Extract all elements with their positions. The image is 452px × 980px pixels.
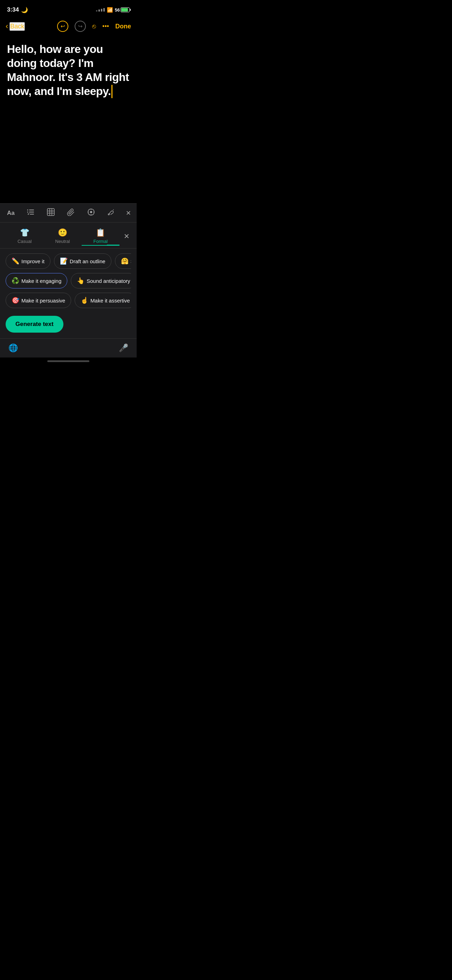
ai-options-row-3: 🎯 Make it persuasive ☝️ Make it assertiv… — [6, 293, 131, 308]
tab-formal[interactable]: 📋 Formal — [82, 227, 119, 245]
svg-rect-5 — [47, 208, 54, 216]
home-indicator — [0, 358, 137, 364]
engaging-label: Make it engaging — [21, 278, 61, 284]
battery-icon — [121, 7, 130, 12]
status-time: 3:34 🌙 — [7, 6, 28, 13]
generate-section: Generate text — [0, 313, 137, 338]
sound-com-icon: 🤗 — [121, 257, 129, 265]
svg-rect-3 — [29, 212, 34, 212]
svg-rect-4 — [30, 214, 34, 215]
globe-button[interactable]: 🌐 — [8, 344, 18, 353]
wifi-icon: 📶 — [107, 7, 113, 13]
ai-options-row-2: ♻️ Make it engaging 👆 Sound anticipatory… — [6, 273, 131, 288]
draft-outline-button[interactable]: 📝 Draft an outline — [54, 253, 111, 269]
draft-label: Draft an outline — [70, 258, 105, 264]
ai-panel: 👕 Casual 🙂 Neutral 📋 Formal ✕ ✏️ Improve… — [0, 222, 137, 338]
nav-left: ‹ Back — [6, 22, 25, 31]
home-bar — [47, 360, 89, 362]
svg-point-11 — [90, 211, 92, 213]
ai-options: ✏️ Improve it 📝 Draft an outline 🤗 Sound… — [0, 248, 137, 313]
location-button[interactable] — [86, 207, 96, 219]
persuasive-label: Make it persuasive — [21, 298, 65, 304]
svg-point-0 — [27, 210, 28, 211]
nav-actions: ↩ ↪ ⎋ ••• Done — [57, 21, 131, 32]
text-cursor — [111, 85, 113, 98]
svg-line-17 — [113, 210, 113, 210]
undo-button[interactable]: ↩ — [57, 21, 68, 32]
redo-button[interactable]: ↪ — [75, 21, 86, 32]
signal-icon — [96, 8, 105, 11]
font-button[interactable]: Aa — [6, 208, 16, 218]
toolbar-close-button[interactable]: ✕ — [126, 209, 131, 217]
battery: 56 — [115, 7, 130, 13]
sound-anticipatory-button[interactable]: 👆 Sound anticipatory — [71, 273, 131, 288]
assertive-label: Make it assertive — [91, 298, 130, 304]
table-button[interactable] — [46, 207, 56, 219]
more-button[interactable]: ••• — [102, 23, 109, 30]
neutral-icon: 🙂 — [58, 228, 67, 237]
draft-icon: 📝 — [60, 257, 68, 265]
status-right: 📶 56 — [96, 7, 130, 13]
formal-icon: 📋 — [95, 228, 105, 237]
generate-button[interactable]: Generate text — [6, 316, 64, 332]
content-area[interactable]: Hello, how are you doing today? I'm Mahn… — [0, 35, 137, 203]
svg-point-2 — [27, 212, 28, 213]
back-button[interactable]: Back — [10, 22, 25, 31]
nav-bar: ‹ Back ↩ ↪ ⎋ ••• Done — [0, 18, 137, 35]
attachment-button[interactable] — [65, 207, 76, 219]
status-bar: 3:34 🌙 📶 56 — [0, 0, 137, 18]
ai-panel-close-button[interactable]: ✕ — [122, 231, 131, 242]
improve-icon: ✏️ — [11, 257, 19, 265]
time-display: 3:34 — [7, 6, 19, 13]
improve-label: Improve it — [21, 258, 45, 264]
share-button[interactable]: ⎋ — [92, 23, 96, 30]
battery-fill — [121, 8, 128, 11]
tab-casual[interactable]: 👕 Casual — [6, 227, 43, 245]
assertive-icon: ☝️ — [81, 296, 88, 304]
keyboard-bar: 🌐 🎤 — [0, 338, 137, 358]
formal-label: Formal — [94, 239, 108, 244]
main-text: Hello, how are you doing today? I'm Mahn… — [7, 42, 130, 98]
tone-tabs: 👕 Casual 🙂 Neutral 📋 Formal ✕ — [0, 223, 137, 248]
ai-options-row-1: ✏️ Improve it 📝 Draft an outline 🤗 Sound… — [6, 253, 131, 269]
anticipatory-icon: 👆 — [77, 277, 84, 285]
persuasive-icon: 🎯 — [11, 296, 19, 304]
battery-percent: 56 — [115, 7, 120, 13]
tab-neutral[interactable]: 🙂 Neutral — [43, 227, 81, 245]
main-text-content: Hello, how are you doing today? I'm Mahn… — [7, 43, 129, 97]
svg-rect-1 — [29, 210, 34, 210]
casual-icon: 👕 — [20, 228, 29, 237]
make-persuasive-button[interactable]: 🎯 Make it persuasive — [6, 293, 71, 308]
list-format-button[interactable] — [25, 207, 36, 218]
toolbar: Aa — [0, 203, 137, 222]
improve-it-button[interactable]: ✏️ Improve it — [6, 253, 51, 269]
microphone-button[interactable]: 🎤 — [119, 344, 128, 353]
casual-label: Casual — [18, 239, 32, 244]
engaging-icon: ♻️ — [11, 277, 19, 285]
neutral-label: Neutral — [56, 239, 70, 244]
back-chevron-icon: ‹ — [6, 22, 8, 31]
make-assertive-button[interactable]: ☝️ Make it assertive — [75, 293, 131, 308]
moon-icon: 🌙 — [21, 7, 28, 13]
done-button[interactable]: Done — [115, 23, 131, 30]
anticipatory-label: Sound anticipatory — [86, 278, 130, 284]
make-engaging-button[interactable]: ♻️ Make it engaging — [6, 273, 67, 288]
sound-com-button[interactable]: 🤗 Sound com — [115, 253, 131, 269]
draw-button[interactable] — [106, 207, 116, 219]
